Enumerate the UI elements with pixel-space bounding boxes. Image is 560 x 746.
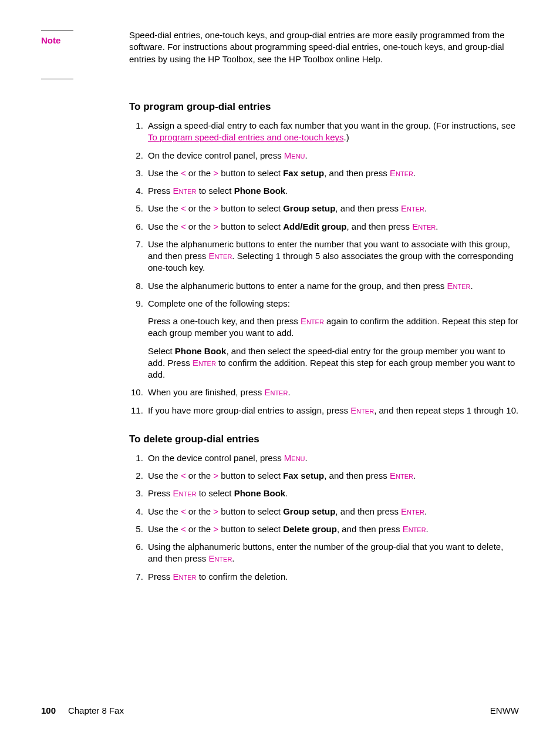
key-enter: Enter	[173, 186, 197, 196]
step-text: Complete one of the following steps:	[148, 298, 290, 308]
key-left: <	[181, 203, 186, 213]
key-right: >	[213, 221, 218, 231]
step-text: Use the	[148, 203, 181, 213]
key-left: <	[181, 168, 186, 178]
steps-program-group-dial: Assign a speed-dial entry to each fax nu…	[129, 120, 519, 416]
link-speed-dial-entries[interactable]: To program speed-dial entries and one-to…	[148, 132, 344, 142]
step-text: , and then press	[324, 168, 390, 178]
key-right: >	[213, 506, 218, 516]
step-text: .	[413, 471, 416, 480]
key-enter: Enter	[390, 471, 413, 480]
key-enter: Enter	[208, 553, 232, 563]
note-label-column: Note	[41, 29, 129, 83]
step-text: Press	[148, 186, 173, 196]
key-enter: Enter	[173, 488, 197, 498]
key-enter: Enter	[412, 221, 436, 231]
step-text: .	[424, 506, 427, 516]
list-item: Use the < or the > button to select Add/…	[146, 221, 519, 233]
bold-term: Phone Book	[175, 346, 227, 356]
bold-term: Phone Book	[234, 488, 286, 498]
note-rule-top	[41, 31, 73, 31]
key-left: <	[181, 506, 186, 516]
step-text: Press	[148, 572, 173, 582]
key-enter: Enter	[403, 524, 426, 534]
step-text: , and then press	[335, 506, 401, 516]
key-right: >	[213, 203, 218, 213]
key-left: <	[181, 221, 186, 231]
list-item: Use the < or the > button to select Grou…	[146, 506, 519, 518]
list-item: Using the alphanumeric buttons, enter th…	[146, 541, 519, 565]
key-enter: Enter	[350, 405, 374, 415]
bold-term: Fax setup	[283, 471, 324, 480]
key-enter: Enter	[173, 572, 197, 582]
chapter-label: Chapter 8 Fax	[68, 705, 124, 715]
list-item: Use the < or the > button to select Dele…	[146, 523, 519, 535]
step-text: or the	[186, 203, 214, 213]
note-block: Note Speed-dial entries, one-touch keys,…	[41, 29, 519, 83]
step-text: .	[305, 150, 308, 160]
bold-term: Delete group	[283, 524, 337, 534]
step-text: On the device control panel, press	[148, 150, 284, 160]
list-item: Assign a speed-dial entry to each fax nu…	[146, 120, 519, 144]
section-delete-group-dial: To delete group-dial entries On the devi…	[129, 433, 519, 583]
step-text: .	[288, 387, 290, 397]
list-item: Press Enter to select Phone Book.	[146, 488, 519, 499]
step-text: Use the	[148, 506, 181, 516]
step-text: Press a one-touch key, and then press	[148, 316, 301, 326]
step-text: Use the alphanumeric buttons to enter a …	[148, 281, 447, 291]
bold-term: Add/Edit group	[283, 221, 346, 231]
list-item: If you have more group-dial entries to a…	[146, 405, 519, 416]
step-text: .	[413, 168, 416, 178]
step-text: .	[285, 488, 288, 498]
bold-term: Group setup	[283, 506, 335, 516]
section-program-group-dial: To program group-dial entries Assign a s…	[129, 100, 519, 416]
step-text: Press	[148, 488, 173, 498]
key-right: >	[213, 168, 218, 178]
step-text: Use the	[148, 471, 181, 480]
key-menu: Menu	[284, 150, 305, 160]
step-text: Assign a speed-dial entry to each fax nu…	[148, 120, 515, 130]
note-label: Note	[41, 35, 60, 45]
step-text: On the device control panel, press	[148, 453, 284, 463]
step-text: or the	[186, 168, 214, 178]
step-text: or the	[186, 221, 214, 231]
step-text: or the	[186, 506, 214, 516]
key-enter: Enter	[208, 251, 232, 261]
heading-program-group-dial: To program group-dial entries	[129, 100, 519, 114]
key-menu: Menu	[284, 453, 305, 463]
sub-paragraph: Select Phone Book, and then select the s…	[148, 345, 519, 381]
step-text: .	[424, 203, 427, 213]
list-item: Press Enter to select Phone Book.	[146, 185, 519, 197]
step-text: , and then repeat steps 1 through 10.	[374, 405, 518, 415]
list-item: Use the < or the > button to select Fax …	[146, 470, 519, 482]
footer-right: ENWW	[490, 705, 519, 717]
list-item: Use the < or the > button to select Grou…	[146, 203, 519, 214]
step-text: , and then press	[335, 203, 401, 213]
step-text: .	[470, 281, 473, 291]
page-footer: 100 Chapter 8 Fax ENWW	[41, 705, 519, 717]
key-enter: Enter	[264, 387, 288, 397]
step-text: , and then press	[324, 471, 390, 480]
list-item: Press Enter to confirm the deletion.	[146, 571, 519, 583]
step-text: to select	[196, 488, 234, 498]
step-text: .	[285, 186, 288, 196]
key-left: <	[181, 524, 186, 534]
step-text: Using the alphanumeric buttons, enter th…	[148, 542, 503, 563]
note-body: Speed-dial entries, one-touch keys, and …	[129, 29, 519, 83]
note-rule-bottom	[41, 79, 73, 79]
list-item: When you are finished, press Enter.	[146, 387, 519, 398]
step-text: or the	[186, 524, 214, 534]
list-item: Complete one of the following steps: Pre…	[146, 298, 519, 381]
bold-term: Fax setup	[283, 168, 324, 178]
step-text: button to select	[218, 168, 283, 178]
key-enter: Enter	[301, 316, 324, 326]
list-item: On the device control panel, press Menu.	[146, 150, 519, 162]
step-text: or the	[186, 471, 214, 480]
step-text: Use the	[148, 168, 181, 178]
step-text: .	[436, 221, 438, 231]
heading-delete-group-dial: To delete group-dial entries	[129, 433, 519, 446]
footer-left: 100 Chapter 8 Fax	[41, 705, 124, 717]
step-text: button to select	[218, 471, 283, 480]
step-text: to select	[196, 186, 234, 196]
page-number: 100	[41, 705, 56, 715]
